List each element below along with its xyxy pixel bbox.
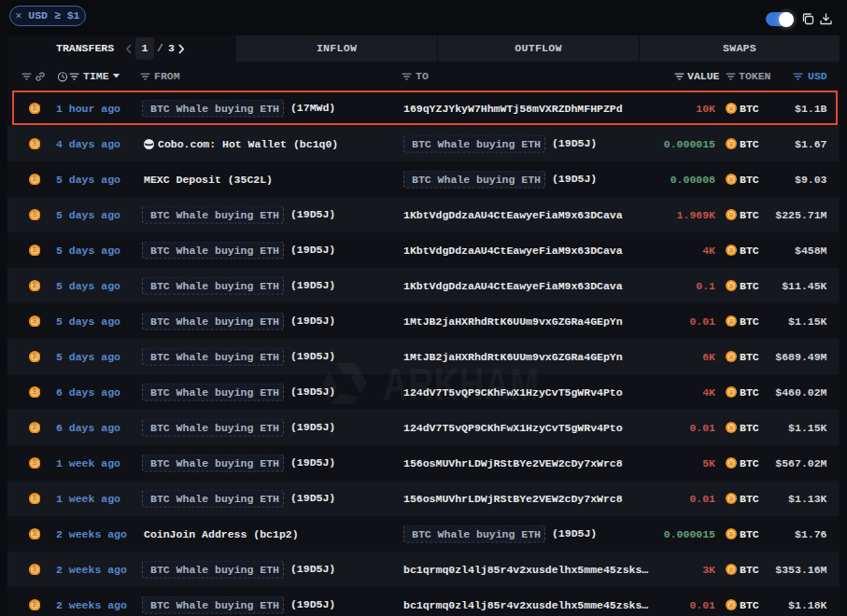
svg-text:₿: ₿ bbox=[32, 566, 36, 572]
svg-text:₿: ₿ bbox=[728, 459, 733, 466]
svg-text:₿: ₿ bbox=[728, 246, 733, 253]
svg-text:₿: ₿ bbox=[728, 424, 733, 430]
svg-text:₿: ₿ bbox=[32, 246, 36, 253]
svg-text:₿: ₿ bbox=[32, 353, 36, 359]
svg-text:₿: ₿ bbox=[728, 282, 733, 288]
svg-text:ARKHAM: ARKHAM bbox=[383, 358, 539, 409]
svg-text:₿: ₿ bbox=[728, 388, 733, 395]
svg-text:₿: ₿ bbox=[728, 211, 733, 217]
svg-text:₿: ₿ bbox=[32, 282, 36, 288]
svg-text:₿: ₿ bbox=[728, 317, 733, 324]
svg-text:₿: ₿ bbox=[32, 530, 36, 537]
svg-text:₿: ₿ bbox=[32, 388, 36, 395]
svg-text:₿: ₿ bbox=[32, 175, 36, 182]
svg-text:₿: ₿ bbox=[32, 424, 36, 430]
svg-text:₿: ₿ bbox=[32, 601, 36, 608]
svg-text:₿: ₿ bbox=[32, 317, 36, 324]
svg-text:₿: ₿ bbox=[728, 530, 733, 537]
svg-text:₿: ₿ bbox=[32, 495, 36, 501]
svg-text:₿: ₿ bbox=[728, 140, 733, 147]
svg-text:₿: ₿ bbox=[32, 459, 36, 466]
svg-text:₿: ₿ bbox=[728, 353, 733, 359]
svg-text:₿: ₿ bbox=[32, 140, 36, 147]
svg-text:₿: ₿ bbox=[728, 495, 733, 501]
svg-text:₿: ₿ bbox=[728, 566, 733, 572]
svg-text:₿: ₿ bbox=[728, 601, 733, 608]
svg-text:₿: ₿ bbox=[728, 175, 733, 182]
svg-text:₿: ₿ bbox=[32, 211, 36, 217]
